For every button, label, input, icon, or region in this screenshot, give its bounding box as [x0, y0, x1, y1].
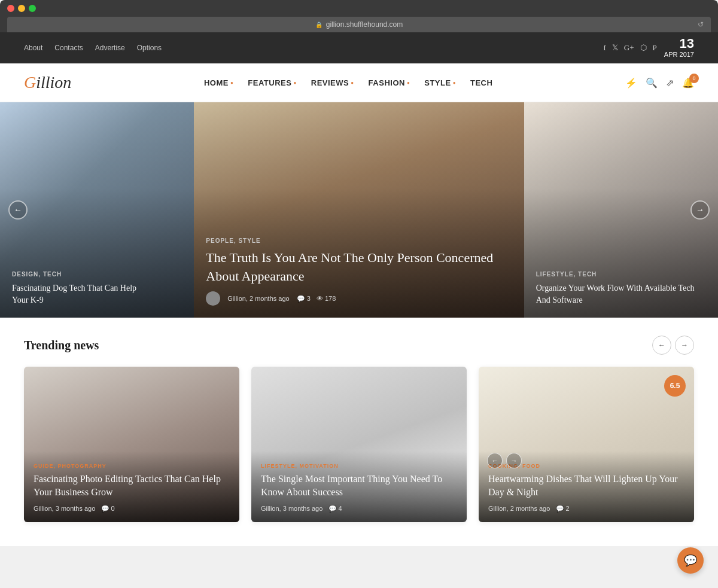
nav-dot: ●: [351, 80, 354, 86]
hero-right-categories: LIFESTYLE, TECH: [536, 271, 706, 278]
logo-g: G: [24, 73, 36, 92]
topbar-nav: About Contacts Advertise Options: [24, 44, 162, 52]
topbar-nav-options[interactable]: Options: [137, 44, 162, 52]
hero-center-title: The Truth Is You Are Not The Only Person…: [206, 249, 512, 286]
card-prev-arrow[interactable]: ←: [487, 453, 503, 468]
hero-center-categories: PEOPLE, STYLE: [206, 237, 512, 244]
nav-reviews[interactable]: REVIEWS ●: [311, 78, 354, 87]
trending-header: Trending news ← →: [24, 336, 694, 355]
hero-card-center[interactable]: PEOPLE, STYLE The Truth Is You Are Not T…: [194, 102, 524, 318]
nav-icons: ⚡ 🔍 ⇗ 🔔 0: [625, 77, 694, 89]
topbar-right: f 𝕏 G+ ⬡ P 13 APR 2017: [604, 37, 694, 59]
url-text: gillion.shufflehound.com: [326, 20, 403, 29]
logo-rest: illion: [36, 73, 71, 92]
trend-card-1[interactable]: GUIDE, PHOTOGRAPHY Fascinating Photo Edi…: [24, 367, 239, 522]
topbar-nav-advertise[interactable]: Advertise: [95, 44, 125, 52]
trend-card-1-meta: Gillion, 3 months ago 💬 0: [34, 505, 230, 513]
hero-left-title: Fascinating Dog Tech That Can Help Your …: [12, 282, 152, 306]
window-controls: [7, 5, 711, 12]
trending-prev-button[interactable]: ←: [652, 336, 671, 355]
notification-count: 0: [689, 74, 699, 83]
hero-stats: 💬 3 👁 178: [297, 295, 336, 303]
hero-prev-arrow[interactable]: ←: [8, 200, 28, 220]
hero-left-categories: DESIGN, TECH: [12, 271, 152, 278]
main-nav: HOME ● FEATURES ● REVIEWS ● FASHION ● ST…: [204, 78, 492, 87]
facebook-icon[interactable]: f: [604, 43, 606, 53]
nav-fashion[interactable]: FASHION ●: [369, 78, 410, 87]
site-logo[interactable]: G illion: [24, 73, 71, 92]
pinterest-icon[interactable]: P: [653, 43, 657, 53]
hero-author-avatar: [206, 291, 220, 306]
hero-right-title: Organize Your Work Flow With Available T…: [536, 282, 706, 306]
date-month-year: APR 2017: [664, 50, 694, 59]
trending-next-button[interactable]: →: [675, 336, 694, 355]
card-next-arrow[interactable]: →: [506, 453, 522, 468]
trend-card-1-categories: GUIDE, PHOTOGRAPHY: [34, 463, 230, 469]
share-icon[interactable]: ⇗: [666, 77, 674, 89]
refresh-button[interactable]: ↺: [698, 20, 704, 29]
hero-card-right[interactable]: → LIFESTYLE, TECH Organize Your Work Flo…: [524, 102, 718, 318]
top-bar: About Contacts Advertise Options f 𝕏 G+ …: [0, 32, 718, 63]
url-display: 🔒 gillion.shufflehound.com: [315, 20, 403, 29]
trend-card-2[interactable]: LIFESTYLE, MOTIVATION The Single Most Im…: [251, 367, 467, 522]
hero-card-left-content: DESIGN, TECH Fascinating Dog Tech That C…: [0, 259, 164, 318]
trend-card-1-title: Fascinating Photo Editing Tactics That C…: [34, 473, 230, 499]
nav-dot: ●: [407, 80, 410, 86]
nav-dot: ●: [230, 80, 233, 86]
topbar-nav-about[interactable]: About: [24, 44, 42, 52]
topbar-nav-contacts[interactable]: Contacts: [54, 44, 83, 52]
close-dot[interactable]: [7, 5, 14, 12]
hero-card-left[interactable]: ← DESIGN, TECH Fascinating Dog Tech That…: [0, 102, 194, 318]
date-day: 13: [664, 37, 694, 50]
hero-author-name: Gillion, 2 months ago: [227, 295, 289, 302]
trending-title: Trending news: [24, 339, 99, 352]
googleplus-icon[interactable]: G+: [624, 43, 634, 53]
trend-card-3-meta: Gillion, 2 months ago 💬 2: [488, 505, 684, 513]
browser-window: 🔒 gillion.shufflehound.com ↺: [0, 0, 718, 32]
trend-card-2-overlay: LIFESTYLE, MOTIVATION The Single Most Im…: [251, 451, 467, 523]
social-icons: f 𝕏 G+ ⬡ P: [604, 43, 657, 53]
date-year: 2017: [680, 51, 694, 58]
address-bar: 🔒 gillion.shufflehound.com ↺: [7, 17, 711, 32]
site-wrapper: About Contacts Advertise Options f 𝕏 G+ …: [0, 32, 718, 546]
trend-card-3-arrows: ← →: [487, 453, 522, 468]
trending-nav: ← →: [652, 336, 694, 355]
lock-icon: 🔒: [315, 22, 323, 28]
trend-card-2-categories: LIFESTYLE, MOTIVATION: [261, 463, 457, 469]
nav-dot: ●: [453, 80, 456, 86]
trending-grid: GUIDE, PHOTOGRAPHY Fascinating Photo Edi…: [24, 367, 694, 522]
twitter-icon[interactable]: 𝕏: [612, 43, 618, 53]
instagram-icon[interactable]: ⬡: [640, 43, 647, 53]
minimize-dot[interactable]: [18, 5, 25, 12]
nav-home[interactable]: HOME ●: [204, 78, 233, 87]
nav-features[interactable]: FEATURES ●: [248, 78, 296, 87]
hero-card-center-content: PEOPLE, STYLE The Truth Is You Are Not T…: [194, 226, 524, 318]
notification-badge[interactable]: 🔔 0: [682, 77, 694, 89]
comment-icon: 💬 3: [297, 295, 311, 303]
hero-center-meta: Gillion, 2 months ago 💬 3 👁 178: [206, 291, 512, 306]
trend-card-2-meta: Gillion, 3 months ago 💬 4: [261, 505, 457, 513]
hero-next-arrow[interactable]: →: [690, 200, 710, 220]
hero-section: ← DESIGN, TECH Fascinating Dog Tech That…: [0, 102, 718, 318]
trend-card-3-title: Heartwarming Dishes That Will Lighten Up…: [488, 473, 684, 499]
lightning-icon[interactable]: ⚡: [625, 77, 637, 89]
site-header: G illion HOME ● FEATURES ● REVIEWS ● FAS…: [0, 63, 718, 102]
date-display: 13 APR 2017: [664, 37, 694, 59]
views-icon: 👁 178: [317, 295, 336, 303]
nav-dot: ●: [293, 80, 296, 86]
trend-card-3[interactable]: 6.5 ← → COOKING, FOOD Heartwarming Dishe…: [479, 367, 694, 522]
trending-section: Trending news ← → GUIDE, PHOTOGRAPHY Fas…: [0, 318, 718, 546]
trend-card-2-title: The Single Most Important Thing You Need…: [261, 473, 457, 499]
hero-card-right-content: LIFESTYLE, TECH Organize Your Work Flow …: [524, 259, 718, 318]
nav-tech[interactable]: TECH: [470, 78, 492, 87]
search-icon[interactable]: 🔍: [646, 77, 658, 89]
trend-card-1-overlay: GUIDE, PHOTOGRAPHY Fascinating Photo Edi…: [24, 451, 239, 523]
maximize-dot[interactable]: [29, 5, 36, 12]
date-month: APR: [664, 51, 678, 58]
nav-style[interactable]: STYLE ●: [424, 78, 456, 87]
